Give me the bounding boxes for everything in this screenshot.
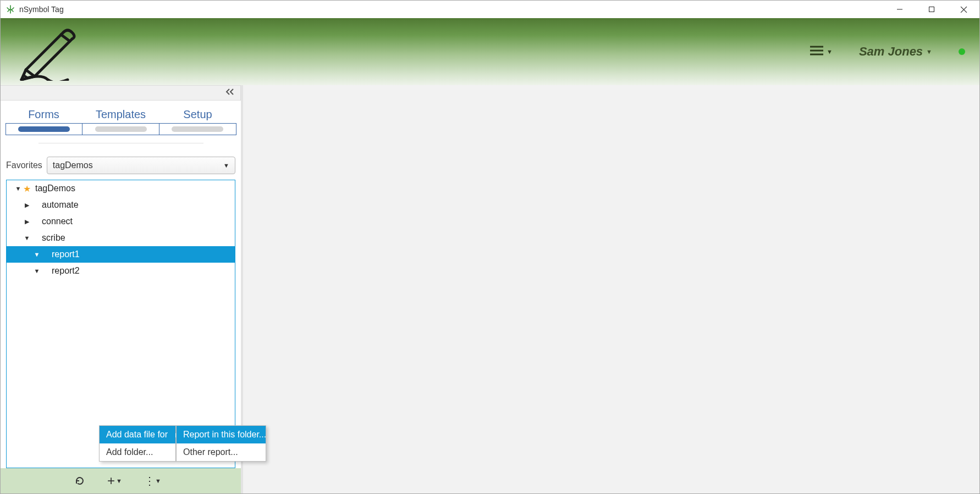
favorites-selected-value: tagDemos [53, 160, 93, 170]
ctx-add-folder[interactable]: Add folder... [100, 443, 175, 461]
add-button[interactable]: + ▼ [107, 474, 122, 487]
tree-item-label: report1 [41, 249, 80, 259]
caret-down-icon: ▼ [223, 162, 229, 169]
window-buttons [884, 1, 979, 18]
maximize-button[interactable] [916, 1, 948, 18]
plus-icon: + [107, 474, 115, 487]
main-content [241, 85, 979, 493]
main-menu-button[interactable]: ▼ [810, 46, 833, 58]
refresh-button[interactable] [74, 475, 85, 486]
svg-rect-1 [929, 7, 934, 12]
tree-item-scribe[interactable]: ▼ scribe [7, 230, 235, 246]
tab-indicator-forms[interactable] [6, 124, 82, 135]
expand-arrow-icon[interactable]: ▶ [23, 202, 31, 209]
tree-toolbar: + ▼ ⋮ ▼ [1, 468, 241, 493]
tree-item-label: automate [31, 200, 79, 210]
ctx-other-report[interactable]: Other report... [177, 443, 266, 461]
favorites-row: Favorites tagDemos ▼ [1, 157, 241, 180]
tree-root[interactable]: ▼ ★ tagDemos [7, 180, 235, 197]
favorites-label: Favorites [6, 160, 42, 170]
sidebar-top [1, 85, 241, 101]
tree-item-label: scribe [31, 233, 65, 243]
expand-arrow-icon[interactable]: ▼ [14, 185, 22, 192]
tree-item-report1[interactable]: ▼ report1 [7, 246, 235, 263]
tree-item-automate[interactable]: ▶ automate [7, 197, 235, 213]
kebab-icon: ⋮ [144, 474, 154, 487]
sidebar-tabs: Forms Templates Setup [1, 101, 241, 157]
tab-setup[interactable]: Setup [159, 106, 236, 123]
close-button[interactable] [948, 1, 979, 18]
context-menu: Add data file for ▶ Add folder... [99, 425, 176, 462]
caret-down-icon: ▼ [827, 48, 833, 55]
ctx-item-label: Report in this folder... [183, 430, 266, 440]
tab-templates[interactable]: Templates [82, 106, 159, 123]
divider [38, 143, 203, 143]
tree-item-label: report2 [41, 266, 80, 276]
star-icon: ★ [23, 184, 31, 194]
ctx-add-data-file[interactable]: Add data file for ▶ [100, 426, 175, 443]
tree-item-connect[interactable]: ▶ connect [7, 213, 235, 230]
ctx-report-in-folder[interactable]: Report in this folder... [177, 426, 266, 443]
caret-down-icon: ▼ [155, 478, 161, 484]
expand-arrow-icon[interactable]: ▼ [33, 268, 41, 274]
expand-arrow-icon[interactable]: ▶ [23, 218, 31, 225]
tree[interactable]: ▼ ★ tagDemos ▶ automate ▶ connect ▼ sc [7, 180, 235, 279]
user-menu[interactable]: Sam Jones ▼ [859, 45, 932, 59]
banner: ▼ Sam Jones ▼ [1, 18, 979, 85]
collapse-sidebar-button[interactable] [225, 88, 235, 98]
tab-indicator-setup[interactable] [159, 124, 236, 135]
tab-forms[interactable]: Forms [5, 106, 82, 123]
caret-down-icon: ▼ [116, 478, 122, 484]
ctx-item-label: Add data file for [106, 430, 168, 440]
tree-item-label: connect [31, 217, 73, 226]
tree-item-report2[interactable]: ▼ report2 [7, 263, 235, 279]
more-button[interactable]: ⋮ ▼ [144, 474, 161, 487]
app-icon [6, 5, 15, 14]
favorites-select[interactable]: tagDemos ▼ [47, 157, 235, 174]
titlebar: nSymbol Tag [1, 1, 979, 18]
tree-root-label: tagDemos [33, 184, 75, 193]
expand-arrow-icon[interactable]: ▼ [23, 235, 31, 241]
pencil-icon [10, 20, 76, 83]
app-window: nSymbol Tag [0, 0, 980, 494]
status-indicator [959, 48, 965, 55]
ctx-item-label: Other report... [183, 447, 238, 457]
logo-area [10, 18, 810, 85]
window-title: nSymbol Tag [19, 5, 884, 14]
tab-indicator-templates[interactable] [82, 124, 159, 135]
caret-down-icon: ▼ [926, 48, 932, 55]
user-name: Sam Jones [859, 45, 923, 59]
minimize-button[interactable] [884, 1, 916, 18]
ctx-item-label: Add folder... [106, 447, 153, 457]
expand-arrow-icon[interactable]: ▼ [33, 251, 41, 258]
context-submenu: Report in this folder... Other report... [176, 425, 266, 462]
hamburger-icon [810, 46, 824, 58]
